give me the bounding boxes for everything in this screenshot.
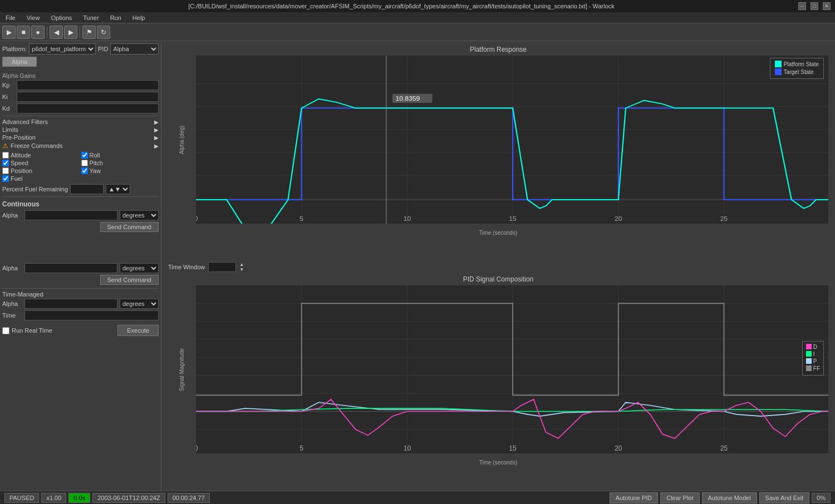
value-status: 0.0s — [68, 493, 90, 503]
continuous-alpha1-row: Alpha 0 degrees — [2, 210, 159, 220]
svg-text:25: 25 — [720, 216, 728, 222]
continuous-alpha1-unit[interactable]: degrees — [120, 210, 159, 220]
speed-label: Speed — [11, 160, 28, 166]
pre-position-row: Pre-Position ▶ — [2, 134, 159, 141]
menubar: File View Options Tuner Run Help — [0, 12, 835, 23]
d-label: D — [813, 344, 817, 350]
yaw-check-item: Yaw — [81, 167, 159, 174]
limits-arrow[interactable]: ▶ — [154, 127, 159, 133]
freeze-arrow[interactable]: ▶ — [154, 143, 159, 149]
continuous-alpha2-unit[interactable]: degrees — [120, 263, 159, 273]
time-managed-alpha-row: Alpha degrees — [2, 299, 159, 309]
yaw-checkbox[interactable] — [81, 167, 88, 174]
ki-label: Ki — [2, 93, 17, 100]
limits-label: Limits — [2, 126, 18, 133]
tm-time-label: Time — [2, 312, 22, 319]
paused-status: PAUSED — [4, 493, 39, 503]
chart1-title: Platform Response — [168, 46, 828, 53]
chart2-x-label: Time (seconds) — [479, 459, 518, 466]
roll-label: Roll — [90, 152, 100, 159]
chart1-x-label: Time (seconds) — [479, 230, 518, 236]
time-window-input[interactable]: 30 sec — [208, 262, 236, 272]
pid-select[interactable]: Alpha — [110, 43, 159, 55]
toolbar-new-button[interactable]: ▶ — [2, 26, 16, 39]
autotune-model-button[interactable]: Autotune Model — [702, 492, 757, 503]
menu-file[interactable]: File — [0, 13, 21, 22]
continuous-label: Continuous — [2, 200, 159, 208]
toolbar-next-button[interactable]: ▶ — [64, 26, 77, 39]
chart2-y-axis-label-wrap: Signal Magnitude — [168, 285, 196, 453]
pitch-label: Pitch — [90, 160, 103, 166]
p-legend: P — [806, 358, 820, 364]
target-state-label: Target State — [784, 69, 814, 75]
kd-row: Kd 0.024697 — [2, 103, 159, 113]
fuel-select[interactable]: ▲▼ — [106, 184, 130, 194]
clear-plot-button[interactable]: Clear Plot — [660, 492, 699, 503]
fuel-label: Fuel — [11, 175, 22, 182]
minimize-button[interactable]: ─ — [798, 2, 806, 10]
chart2-svg: 0.6 0.5 0.4 0.3 0.2 0.1 0 -0.1 -0.2 — [196, 285, 828, 453]
save-and-exit-button[interactable]: Save And Exit — [759, 492, 810, 503]
target-state-color — [775, 68, 782, 75]
roll-checkbox[interactable] — [81, 152, 88, 159]
advanced-filters-row: Advanced Filters ▶ — [2, 118, 159, 125]
tm-alpha-unit[interactable]: degrees — [120, 299, 159, 309]
menu-run[interactable]: Run — [105, 13, 127, 22]
toolbar-stop-button[interactable]: ■ — [17, 26, 30, 39]
maximize-button[interactable]: □ — [811, 2, 818, 10]
platform-label: Platform: — [2, 46, 27, 52]
autotune-pid-button[interactable]: Autotune PID — [610, 492, 658, 503]
freeze-checkboxes: Altitude Roll Speed Pitch Position Yaw — [2, 152, 159, 182]
tm-alpha-input[interactable] — [24, 299, 117, 309]
left-panel: Platform: p6dof_test_platform PID Alpha … — [0, 41, 161, 491]
position-check-item: Position — [2, 167, 80, 174]
altitude-checkbox[interactable] — [2, 152, 9, 159]
continuous-alpha1-input[interactable]: 0 — [24, 210, 117, 220]
toolbar-record-button[interactable]: ● — [31, 26, 45, 39]
toolbar-sep1 — [47, 27, 47, 38]
send-command2-button[interactable]: Send Command — [100, 275, 159, 285]
time-window-spinner[interactable]: ▲ ▼ — [239, 262, 244, 272]
p-color — [806, 358, 812, 364]
chart2-title: PID Signal Composition — [168, 275, 828, 283]
svg-text:10.8359: 10.8359 — [395, 96, 420, 102]
menu-help[interactable]: Help — [127, 13, 151, 22]
advanced-filters-arrow[interactable]: ▶ — [154, 119, 159, 125]
pitch-checkbox[interactable] — [81, 160, 88, 166]
svg-text:20: 20 — [615, 216, 622, 222]
kp-input[interactable]: 0.00355268 — [17, 80, 159, 90]
ki-row: Ki 1.43941e-7 — [2, 92, 159, 102]
divider2 — [2, 196, 159, 197]
speed-checkbox[interactable] — [2, 160, 9, 166]
right-panel: Platform Response Alpha (deg) — [161, 41, 835, 491]
continuous-alpha2-input[interactable]: 10 — [24, 263, 117, 273]
ki-input[interactable]: 1.43941e-7 — [17, 92, 159, 102]
toolbar-refresh-button[interactable]: ↻ — [97, 26, 110, 39]
svg-rect-30 — [196, 285, 828, 453]
target-state-legend: Target State — [775, 68, 819, 75]
i-label: I — [813, 351, 815, 357]
tm-time-input[interactable] — [24, 310, 159, 320]
run-realtime-checkbox[interactable] — [2, 327, 9, 334]
menu-view[interactable]: View — [21, 13, 46, 22]
execute-button[interactable]: Execute — [117, 325, 159, 336]
kd-input[interactable]: 0.024697 — [17, 103, 159, 113]
send-command1-button[interactable]: Send Command — [100, 222, 159, 232]
menu-tuner[interactable]: Tuner — [77, 13, 104, 22]
svg-text:15: 15 — [509, 216, 516, 222]
toolbar-flag-button[interactable]: ⚑ — [82, 26, 96, 39]
chart1-area: Alpha (deg) — [168, 56, 828, 240]
svg-text:5: 5 — [299, 216, 303, 222]
alpha-tab[interactable]: Alpha — [2, 57, 37, 67]
toolbar-prev-button[interactable]: ◀ — [50, 26, 63, 39]
speed-status: x1.00 — [41, 493, 66, 503]
fuel-checkbox[interactable] — [2, 175, 9, 182]
fuel-input[interactable]: 100 — [70, 184, 104, 194]
position-checkbox[interactable] — [2, 167, 9, 174]
limits-row: Limits ▶ — [2, 126, 159, 133]
run-realtime-label: Run Real Time — [12, 327, 52, 334]
close-button[interactable]: ✕ — [823, 2, 831, 10]
platform-select[interactable]: p6dof_test_platform — [29, 43, 96, 55]
pre-position-arrow[interactable]: ▶ — [154, 135, 159, 141]
menu-options[interactable]: Options — [45, 13, 77, 22]
